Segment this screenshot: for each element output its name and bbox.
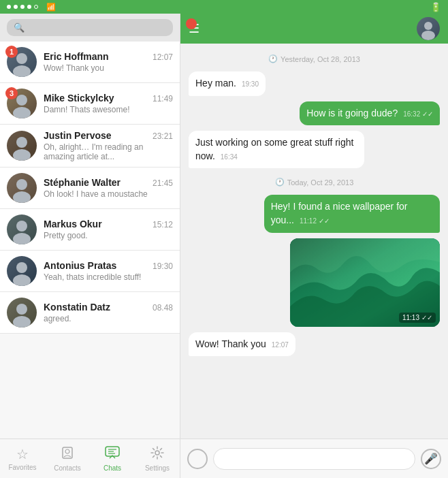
avatar-wrap-eric: 1	[7, 47, 37, 77]
message-row-3: Just working on some great stuff right n…	[189, 131, 440, 168]
chat-info-konstatin: Konstatin Datz08.48agreed.	[44, 302, 173, 323]
nav-item-chats[interactable]: Chats	[90, 446, 135, 472]
chat-item-konstatin[interactable]: Konstatin Datz08.48agreed.	[0, 292, 180, 334]
chat-name-antonius: Antonius Pratas	[44, 260, 116, 271]
avatar-wrap-justin	[7, 131, 37, 161]
chat-name-konstatin: Konstatin Datz	[44, 302, 110, 313]
svg-point-11	[13, 274, 31, 286]
clock-icon: 🕐	[268, 54, 278, 63]
avatar-stephanie	[7, 173, 37, 203]
mic-button[interactable]: 🎤	[421, 449, 441, 469]
main-container: 🔍 1Eric Hoffmann12:07Wow! Thank you 3Mik…	[0, 14, 448, 478]
add-button[interactable]	[187, 449, 208, 469]
chat-time-mike: 11:49	[153, 94, 173, 103]
message-row-5: Hey! I found a nice wallpaper for you...…	[189, 195, 440, 232]
menu-wrap: ☰	[189, 21, 199, 36]
chat-preview-justin: Oh, alright… I'm reading an amazing arti…	[44, 142, 173, 161]
chat-name-row-antonius: Antonius Pratas19:30	[44, 260, 173, 271]
svg-point-7	[13, 191, 31, 203]
signal-dot-5	[34, 5, 38, 9]
chat-name-row-konstatin: Konstatin Datz08.48	[44, 302, 173, 313]
nav-item-settings[interactable]: Settings	[135, 446, 180, 472]
status-left: 📶	[7, 3, 56, 12]
nav-item-contacts[interactable]: Contacts	[45, 446, 90, 472]
message-row-2: How is it going dude?16:32 ✓✓	[189, 101, 440, 126]
badge-eric: 1	[5, 46, 18, 58]
svg-point-1	[13, 65, 31, 77]
checkmarks-5: ✓✓	[317, 217, 330, 225]
nav-label-settings: Settings	[145, 464, 170, 472]
status-bar: 📶 🔋	[0, 0, 448, 14]
status-right: 🔋	[428, 2, 441, 12]
avatar-wrap-stephanie	[7, 173, 37, 203]
date-separator: 🕐Yesterday, Oct 28, 2013	[189, 54, 440, 63]
nav-icon-favorites: ☆	[16, 446, 29, 462]
bubble-7: Wow! Thank you12:07	[189, 332, 295, 357]
bottom-nav-left: ☆FavoritesContactsChatsSettings	[0, 439, 180, 478]
chat-info-antonius: Antonius Pratas19:30Yeah, thats incredib…	[44, 260, 173, 282]
chat-name-stephanie: Stéphanie Walter	[44, 177, 121, 188]
avatar-konstatin	[7, 298, 37, 328]
bubble-time-2: 16:32	[403, 110, 420, 118]
bubble-time-7: 12:07	[272, 341, 289, 349]
svg-point-6	[16, 179, 27, 190]
chat-name-row-stephanie: Stéphanie Walter21:45	[44, 177, 173, 188]
chat-name-row-eric: Eric Hoffmann12:07	[44, 51, 173, 62]
chat-name-row-mike: Mike Stickylcky11:49	[44, 93, 173, 103]
svg-point-15	[65, 449, 69, 453]
chat-header: ☰	[180, 14, 448, 44]
chat-item-antonius[interactable]: Antonius Pratas19:30Yeah, thats incredib…	[0, 251, 180, 292]
chat-item-eric[interactable]: 1Eric Hoffmann12:07Wow! Thank you	[0, 42, 180, 83]
chat-info-stephanie: Stéphanie Walter21:45Oh look! I have a m…	[44, 177, 173, 199]
nav-item-favorites[interactable]: ☆Favorites	[0, 446, 45, 471]
date-text: Yesterday, Oct 28, 2013	[281, 55, 360, 63]
chat-time-eric: 12:07	[153, 52, 173, 62]
bubble-text-3: Just working on some great stuff right n…	[195, 137, 353, 161]
nav-label-chats: Chats	[103, 464, 121, 472]
right-panel: ☰ 🕐Yesterday, Oct 28, 2013Hey man.19:30H…	[180, 14, 448, 478]
chat-info-mike: Mike Stickylcky11:49Damn! Thats awesome!	[44, 93, 173, 114]
chat-name-mike: Mike Stickylcky	[44, 93, 114, 103]
chat-info-eric: Eric Hoffmann12:07Wow! Thank you	[44, 51, 173, 73]
svg-point-4	[16, 137, 27, 148]
chat-item-stephanie[interactable]: Stéphanie Walter21:45Oh look! I have a m…	[0, 168, 180, 209]
wifi-icon: 📶	[46, 3, 56, 12]
avatar-wrap-antonius	[7, 256, 37, 286]
image-bubble: 11:13 ✓✓	[290, 238, 440, 327]
date-text: Today, Oct 29, 2013	[287, 178, 354, 187]
bubble-text-2: How is it going dude?	[306, 108, 398, 118]
svg-point-2	[16, 95, 27, 106]
chat-preview-markus: Pretty good.	[44, 231, 173, 240]
chat-info-markus: Markus Okur15:12Pretty good.	[44, 219, 173, 240]
chat-time-konstatin: 08.48	[153, 303, 173, 313]
avatar-antonius	[7, 256, 37, 286]
chat-list: 1Eric Hoffmann12:07Wow! Thank you 3Mike …	[0, 42, 180, 439]
chat-preview-konstatin: agreed.	[44, 314, 173, 323]
chat-item-justin[interactable]: Justin Pervose23:21Oh, alright… I'm read…	[0, 125, 180, 168]
search-bar: 🔍	[0, 14, 180, 42]
header-left: ☰	[189, 21, 199, 36]
search-icon: 🔍	[14, 22, 25, 33]
chat-preview-mike: Damn! Thats awesome!	[44, 105, 173, 114]
bubble-time-1: 19:30	[242, 80, 259, 88]
image-placeholder: 11:13 ✓✓	[290, 238, 440, 327]
chat-item-mike[interactable]: 3Mike Stickylcky11:49Damn! Thats awesome…	[0, 83, 180, 125]
svg-point-5	[13, 149, 31, 161]
search-input-wrap[interactable]: 🔍	[7, 19, 173, 36]
avatar-markus	[7, 214, 37, 244]
date-separator: 🕐Today, Oct 29, 2013	[189, 178, 440, 187]
svg-point-13	[13, 316, 31, 328]
message-input[interactable]	[213, 448, 415, 470]
chat-name-eric: Eric Hoffmann	[44, 51, 109, 62]
bubble-text-1: Hey man.	[195, 78, 236, 89]
checkmarks-2: ✓✓	[420, 110, 433, 118]
chat-item-markus[interactable]: Markus Okur15:12Pretty good.	[0, 209, 180, 251]
bubble-1: Hey man.19:30	[189, 71, 266, 96]
chat-time-stephanie: 21:45	[153, 178, 173, 188]
bottom-input-bar: 🎤	[180, 439, 448, 478]
svg-point-20	[155, 451, 159, 455]
chat-preview-eric: Wow! Thank you	[44, 63, 173, 73]
svg-point-12	[16, 304, 27, 315]
signal-dot-2	[14, 5, 18, 9]
signal-dot-4	[27, 5, 31, 9]
